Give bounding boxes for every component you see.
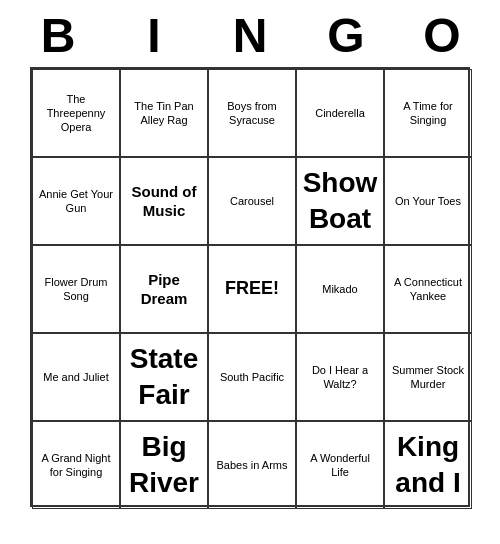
bingo-cell-16: State Fair: [120, 333, 208, 421]
bingo-letter-o: O: [398, 8, 486, 63]
bingo-cell-22: Babes in Arms: [208, 421, 296, 509]
bingo-cell-3: Cinderella: [296, 69, 384, 157]
bingo-cell-6: Sound of Music: [120, 157, 208, 245]
bingo-cell-11: Pipe Dream: [120, 245, 208, 333]
bingo-cell-10: Flower Drum Song: [32, 245, 120, 333]
bingo-cell-19: Summer Stock Murder: [384, 333, 472, 421]
bingo-header: BINGO: [10, 8, 490, 63]
bingo-letter-g: G: [302, 8, 390, 63]
bingo-letter-b: B: [14, 8, 102, 63]
bingo-cell-23: A Wonderful Life: [296, 421, 384, 509]
bingo-cell-5: Annie Get Your Gun: [32, 157, 120, 245]
bingo-letter-n: N: [206, 8, 294, 63]
bingo-cell-15: Me and Juliet: [32, 333, 120, 421]
bingo-cell-9: On Your Toes: [384, 157, 472, 245]
bingo-cell-0: The Threepenny Opera: [32, 69, 120, 157]
bingo-cell-18: Do I Hear a Waltz?: [296, 333, 384, 421]
bingo-cell-20: A Grand Night for Singing: [32, 421, 120, 509]
bingo-grid: The Threepenny OperaThe Tin Pan Alley Ra…: [30, 67, 470, 507]
bingo-cell-4: A Time for Singing: [384, 69, 472, 157]
bingo-cell-1: The Tin Pan Alley Rag: [120, 69, 208, 157]
bingo-cell-8: Show Boat: [296, 157, 384, 245]
bingo-cell-24: King and I: [384, 421, 472, 509]
bingo-cell-13: Mikado: [296, 245, 384, 333]
bingo-cell-2: Boys from Syracuse: [208, 69, 296, 157]
bingo-cell-14: A Connecticut Yankee: [384, 245, 472, 333]
bingo-cell-12: FREE!: [208, 245, 296, 333]
bingo-cell-7: Carousel: [208, 157, 296, 245]
bingo-cell-21: Big River: [120, 421, 208, 509]
bingo-cell-17: South Pacific: [208, 333, 296, 421]
bingo-letter-i: I: [110, 8, 198, 63]
